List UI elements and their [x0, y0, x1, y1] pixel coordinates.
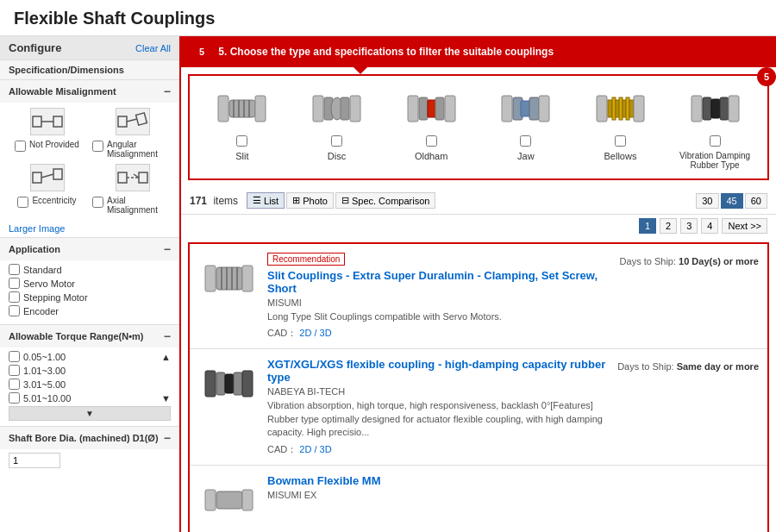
type-disc[interactable]: Disc	[297, 84, 375, 161]
torque-label-1: 0.05~1.00	[23, 352, 66, 362]
oldham-checkbox[interactable]	[426, 135, 437, 147]
app-stepping-motor[interactable]: Stepping Motor	[9, 291, 171, 303]
spec-comparison-button[interactable]: ⊟ Spec. Comparison	[335, 192, 436, 209]
product-1-title[interactable]: Slit Couplings - Extra Super Duralumin -…	[267, 269, 611, 295]
cad-label-2: CAD：	[267, 444, 297, 454]
svg-rect-60	[242, 371, 253, 397]
svg-rect-59	[234, 372, 242, 395]
not-provided-icon	[30, 108, 65, 135]
svg-rect-49	[205, 266, 216, 291]
scroll-down-button[interactable]: ▼	[9, 406, 171, 421]
axial-icon	[116, 164, 150, 191]
svg-rect-9	[118, 172, 127, 183]
type-bellows[interactable]: Bellows	[581, 84, 659, 161]
slit-label: Slit	[235, 151, 248, 161]
per-page-45[interactable]: 45	[721, 193, 743, 209]
type-jaw[interactable]: Jaw	[487, 84, 565, 161]
disc-image	[306, 84, 366, 132]
product-1-cad: CAD： 2D / 3D	[267, 327, 611, 340]
torque-item-4: 5.01~10.00 ▼	[9, 392, 171, 404]
photo-view-button[interactable]: ⊞ Photo	[286, 192, 334, 209]
larger-image-link[interactable]: Larger Image	[0, 220, 179, 237]
torque-checkbox-2[interactable]	[9, 365, 20, 376]
type-vibration[interactable]: Vibration Damping Rubber Type	[676, 84, 754, 170]
app-encoder[interactable]: Encoder	[9, 305, 171, 316]
torque-checkbox-1[interactable]	[9, 351, 20, 362]
page-4-button[interactable]: 4	[701, 218, 718, 234]
type-oldham[interactable]: Oldham	[392, 84, 470, 161]
app-encoder-label: Encoder	[23, 306, 59, 316]
shaft-bore-input[interactable]	[9, 453, 60, 468]
slit-checkbox[interactable]	[236, 135, 247, 147]
application-header[interactable]: Application −	[0, 237, 179, 260]
cad-links-1[interactable]: 2D / 3D	[299, 328, 331, 338]
torque-checkbox-4[interactable]	[9, 392, 20, 404]
axial-text: Axial Misalignment	[107, 196, 172, 215]
app-stepping-motor-checkbox[interactable]	[9, 291, 20, 303]
jaw-checkbox[interactable]	[520, 135, 531, 147]
scroll-up-icon: ▲	[161, 352, 171, 362]
svg-rect-3	[118, 116, 127, 127]
svg-rect-41	[626, 97, 629, 120]
per-page-30[interactable]: 30	[696, 193, 718, 209]
app-encoder-checkbox[interactable]	[9, 305, 20, 316]
vibration-checkbox[interactable]	[710, 135, 721, 147]
photo-icon: ⊞	[292, 195, 300, 206]
page-3-button[interactable]: 3	[680, 218, 698, 234]
torque-checkbox-3[interactable]	[9, 379, 20, 390]
product-3-title[interactable]: Bowman Flexible MM	[267, 474, 612, 487]
app-standard[interactable]: Standard	[9, 264, 171, 275]
disc-checkbox[interactable]	[331, 135, 342, 147]
misalignment-angular: Angular Misalignment	[92, 108, 172, 159]
app-standard-checkbox[interactable]	[9, 264, 20, 275]
angular-text: Angular Misalignment	[107, 140, 172, 159]
spec-dimensions-label: Specification/Dimensions	[9, 65, 124, 75]
clear-all-button[interactable]: Clear All	[135, 43, 171, 53]
product-1-brand: MISUMI	[267, 297, 611, 308]
page-2-button[interactable]: 2	[660, 218, 677, 234]
table-row: Bowman Flexible MM MISUMI EX	[190, 466, 767, 532]
spec-dimensions-header[interactable]: Specification/Dimensions	[0, 59, 179, 79]
type-step-badge: 5	[757, 67, 776, 86]
table-row: XGT/XGL/XGS flexible coupling - high-dam…	[190, 349, 767, 465]
eccentricity-checkbox[interactable]	[17, 197, 28, 208]
svg-rect-20	[313, 96, 323, 122]
bellows-checkbox[interactable]	[615, 135, 626, 147]
torque-collapse-icon: −	[164, 329, 171, 343]
list-view-button[interactable]: ☰ List	[247, 192, 285, 209]
svg-rect-0	[33, 116, 41, 127]
not-provided-checkbox-label[interactable]: Not Provided	[15, 140, 79, 152]
svg-rect-48	[729, 96, 739, 122]
main-content: 5 5. Choose the type and specifications …	[181, 36, 776, 532]
svg-rect-58	[225, 374, 234, 393]
results-count: 171 items	[190, 195, 238, 207]
next-page-button[interactable]: Next >>	[722, 218, 767, 234]
svg-rect-19	[255, 96, 266, 122]
torque-header[interactable]: Allowable Torque Range(N•m) −	[0, 324, 179, 347]
page-1-button[interactable]: 1	[639, 218, 656, 234]
svg-rect-13	[218, 96, 228, 122]
shaft-bore-header[interactable]: Shaft Bore Dia. (machined) D1(Ø) −	[0, 426, 179, 449]
list-view-label: List	[264, 196, 278, 206]
app-servo-motor-checkbox[interactable]	[9, 278, 20, 289]
allowable-misalignment-header[interactable]: Allowable Misalignment −	[0, 79, 179, 103]
application-collapse-icon: −	[164, 242, 171, 256]
not-provided-checkbox[interactable]	[15, 141, 26, 152]
axial-checkbox[interactable]	[92, 197, 103, 208]
per-page-60[interactable]: 60	[745, 193, 767, 209]
product-2-title[interactable]: XGT/XGL/XGS flexible coupling - high-dam…	[267, 358, 609, 384]
angular-checkbox-label[interactable]: Angular Misalignment	[92, 140, 172, 159]
per-page-buttons: 30 45 60	[696, 193, 767, 209]
app-servo-motor[interactable]: Servo Motor	[9, 278, 171, 289]
type-slit[interactable]: Slit	[203, 84, 281, 161]
svg-rect-35	[597, 96, 607, 122]
spec-comparison-label: Spec. Comparison	[352, 196, 430, 206]
cad-links-2[interactable]: 2D / 3D	[299, 444, 331, 454]
svg-rect-7	[53, 169, 62, 179]
axial-checkbox-label[interactable]: Axial Misalignment	[92, 196, 172, 215]
angular-checkbox[interactable]	[92, 141, 103, 152]
eccentricity-checkbox-label[interactable]: Eccentricity	[17, 196, 76, 208]
svg-rect-4	[135, 113, 147, 125]
app-stepping-motor-label: Stepping Motor	[23, 292, 88, 303]
page-title: Flexible Shaft Couplings	[0, 0, 776, 35]
